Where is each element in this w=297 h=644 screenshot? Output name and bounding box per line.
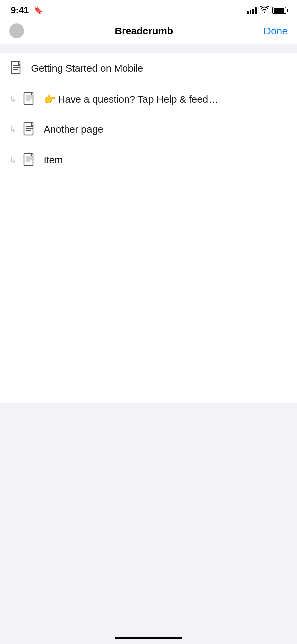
- signal-bar-4: [255, 7, 257, 14]
- content-spacer: [0, 403, 297, 630]
- page-icon: [9, 61, 23, 76]
- indent-arrow-icon: ↳: [9, 94, 17, 104]
- battery-icon: [272, 7, 286, 14]
- nav-title: Breadcrumb: [115, 25, 173, 37]
- signal-bar-2: [250, 10, 251, 14]
- main-content: Getting Started on Mobile ↳ 👉Have a ques…: [0, 53, 297, 630]
- status-time: 9:41: [11, 5, 29, 16]
- home-bar: [115, 637, 182, 639]
- page-icon: [22, 152, 36, 168]
- item-text: 👉Have a question? Tap Help & feed…: [44, 93, 218, 105]
- indent-arrow-icon: ↳: [9, 124, 17, 135]
- signal-icon: [247, 7, 257, 14]
- list-item[interactable]: Getting Started on Mobile: [0, 53, 297, 84]
- signal-bar-3: [252, 9, 254, 14]
- section-separator: [0, 44, 297, 53]
- status-right: [247, 6, 286, 15]
- page-icon: [22, 122, 36, 137]
- item-text: Item: [44, 154, 63, 166]
- signal-bar-1: [247, 11, 249, 14]
- status-left: 9:41 🔖: [11, 5, 43, 16]
- wifi-icon: [260, 6, 269, 15]
- done-button[interactable]: Done: [263, 25, 288, 37]
- item-text: Another page: [44, 124, 103, 135]
- home-indicator: [0, 630, 297, 644]
- page-icon: [22, 91, 36, 107]
- list-item[interactable]: ↳ Item: [0, 145, 297, 175]
- indent-arrow-icon: ↳: [9, 155, 17, 165]
- list-item[interactable]: ↳ 👉Have a question? Tap Help & feed…: [0, 84, 297, 114]
- list-item[interactable]: ↳ Another page: [0, 114, 297, 145]
- status-bar: 9:41 🔖: [0, 0, 297, 19]
- back-button[interactable]: [9, 23, 24, 38]
- bookmark-icon: 🔖: [34, 6, 43, 15]
- emoji-icon: 👉: [44, 94, 56, 105]
- item-text: Getting Started on Mobile: [31, 63, 143, 74]
- breadcrumb-list: Getting Started on Mobile ↳ 👉Have a ques…: [0, 53, 297, 403]
- nav-bar: Breadcrumb Done: [0, 19, 297, 44]
